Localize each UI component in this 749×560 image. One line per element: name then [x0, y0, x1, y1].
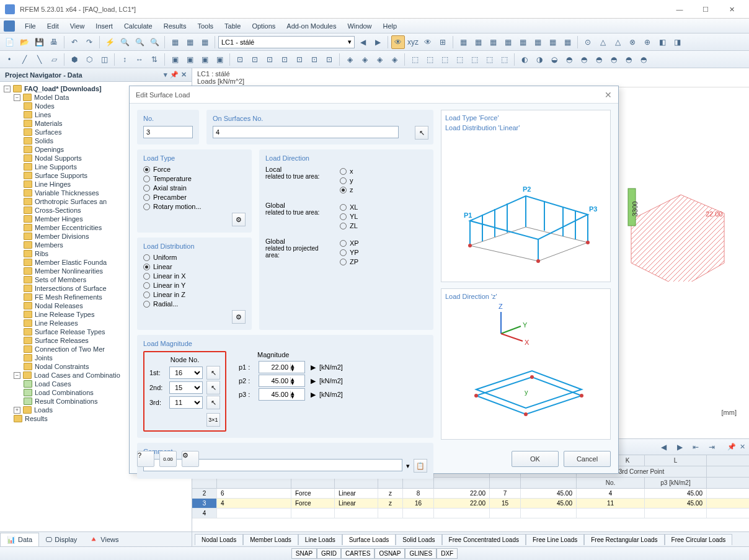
toolbar-button[interactable]: ⊡ — [322, 53, 336, 66]
toolbar-button[interactable]: ⬚ — [482, 53, 496, 66]
tree-item[interactable]: Cross-Sections — [35, 207, 81, 214]
tree-item[interactable]: Sets of Members — [35, 276, 86, 283]
cancel-button[interactable]: Cancel — [564, 451, 611, 467]
toolbar-button[interactable]: ⬚ — [468, 53, 481, 66]
dialog-units-button[interactable]: 0.00 — [159, 451, 177, 467]
toolbar-button[interactable]: ◓ — [577, 53, 591, 66]
tree-item[interactable]: Member Eccentricities — [35, 224, 102, 231]
tree-toggle[interactable]: − — [14, 372, 20, 379]
toolbar-button[interactable]: ▦ — [168, 35, 182, 49]
tree-item[interactable]: Connection of Two Mer — [35, 345, 105, 353]
tree-item[interactable]: Nodal Releases — [35, 302, 83, 309]
radio-option[interactable]: Axial strain — [143, 184, 246, 192]
tree-item[interactable]: Member Nonlinearities — [35, 267, 103, 275]
toolbar-button[interactable]: ◈ — [388, 53, 401, 66]
load-dist-more-button[interactable]: ⚙ — [232, 310, 246, 324]
window-maximize-button[interactable]: ☐ — [693, 2, 718, 16]
menu-options[interactable]: Options — [247, 20, 280, 32]
tree-item[interactable]: Line Release Types — [35, 311, 94, 318]
toolbar-button[interactable]: ⇤ — [689, 440, 702, 454]
navigator-dropdown-icon[interactable]: ▾ — [164, 71, 167, 79]
menu-results[interactable]: Results — [159, 20, 192, 32]
tree-item[interactable]: FE Mesh Refinements — [35, 293, 102, 301]
dialog-settings-button[interactable]: ⚙ — [182, 451, 199, 467]
tree-item[interactable]: Model Data — [34, 94, 69, 101]
magnitude-input[interactable]: ▴▾ — [259, 388, 305, 401]
tree-item[interactable]: Lines — [35, 111, 51, 118]
toolbar-button[interactable]: ↕ — [118, 53, 131, 66]
toolbar-button[interactable]: ◨ — [670, 35, 684, 49]
tree-item[interactable]: Nodal Supports — [35, 154, 82, 162]
status-toggle[interactable]: GLINES — [405, 548, 437, 559]
pick-node-button[interactable]: ↖ — [206, 366, 220, 380]
toolbar-button[interactable]: • — [2, 53, 16, 66]
toolbar-button[interactable]: ◓ — [607, 53, 621, 66]
tree-item[interactable]: Load Cases and Combinatio — [34, 371, 120, 379]
status-toggle[interactable]: OSNAP — [374, 548, 405, 559]
radio-option[interactable]: ZL — [340, 222, 358, 229]
toolbar-button[interactable]: ⬚ — [453, 53, 466, 66]
loadcase-combo[interactable]: LC1 - stálé▾ — [218, 36, 355, 48]
tree-item[interactable]: Solids — [35, 137, 53, 144]
menu-help[interactable]: Help — [378, 20, 402, 32]
radio-option[interactable]: Radial... — [143, 300, 246, 308]
toolbar-button[interactable]: ╲ — [32, 53, 46, 66]
radio-option[interactable]: x — [340, 167, 353, 175]
table-tab[interactable]: Free Circular Loads — [665, 534, 733, 545]
tree-toggle[interactable]: − — [4, 86, 11, 92]
tree-item[interactable]: Line Supports — [35, 163, 77, 171]
toolbar-button[interactable]: ⬚ — [408, 53, 422, 66]
toolbar-button[interactable]: △ — [596, 35, 609, 49]
status-toggle[interactable]: DXF — [437, 548, 458, 559]
toolbar-button[interactable]: 🔍 — [148, 35, 161, 49]
tree-item[interactable]: Materials — [35, 120, 63, 127]
toolbar-button[interactable]: ⬡ — [82, 53, 96, 66]
radio-option[interactable]: YL — [340, 213, 358, 220]
toolbar-button[interactable]: ▶ — [371, 35, 384, 49]
toolbar-button[interactable]: ◓ — [562, 53, 576, 66]
table-row[interactable]: 34ForceLinearz1622.001545.001145.00 — [192, 499, 749, 509]
toolbar-button[interactable]: ◈ — [343, 53, 357, 66]
toolbar-button[interactable]: ◐ — [518, 53, 531, 66]
toolbar-button[interactable]: ⬚ — [423, 53, 437, 66]
node-select[interactable]: 11 — [169, 396, 203, 409]
table-tab[interactable]: Line Loads — [298, 534, 342, 545]
toolbar-button[interactable]: 📄 — [2, 35, 16, 49]
load-type-more-button[interactable]: ⚙ — [232, 213, 246, 226]
nav-tab-views[interactable]: 🔺 Views — [83, 533, 125, 546]
toolbar-button[interactable]: △ — [611, 35, 624, 49]
load-no-input[interactable] — [143, 126, 193, 138]
table-tab[interactable]: Member Loads — [243, 534, 298, 545]
menu-table[interactable]: Table — [219, 20, 246, 32]
radio-option[interactable]: Linear in X — [143, 272, 246, 280]
surfaces-input[interactable] — [213, 126, 399, 138]
table-tab[interactable]: Free Line Loads — [526, 534, 584, 545]
tree-item[interactable]: Surface Supports — [35, 172, 87, 179]
tree-item[interactable]: Surface Release Types — [35, 328, 105, 336]
tree-item[interactable]: Line Releases — [35, 319, 78, 327]
toolbar-button[interactable]: ◀ — [356, 35, 370, 49]
radio-option[interactable]: XP — [340, 239, 359, 247]
radio-option[interactable]: Linear — [143, 263, 246, 270]
toolbar-button[interactable]: ▣ — [183, 53, 197, 66]
radio-option[interactable]: XL — [340, 203, 358, 211]
radio-option[interactable]: z — [340, 186, 353, 193]
radio-option[interactable]: y — [340, 177, 353, 184]
radio-option[interactable]: Temperature — [143, 175, 246, 182]
toolbar-button[interactable]: ↷ — [82, 35, 96, 49]
toolbar-button[interactable]: ▦ — [531, 35, 544, 49]
status-toggle[interactable]: GRID — [317, 548, 341, 559]
node-select[interactable]: 16 — [169, 367, 203, 379]
window-minimize-button[interactable]: — — [667, 2, 692, 16]
navigator-pin-icon[interactable]: 📌 — [170, 71, 179, 79]
radio-option[interactable]: Linear in Y — [143, 282, 246, 289]
toolbar-button[interactable]: ◈ — [358, 53, 371, 66]
toolbar-button[interactable]: 👁 — [391, 35, 405, 49]
menu-tools[interactable]: Tools — [192, 20, 218, 32]
radio-option[interactable]: Precamber — [143, 193, 246, 201]
toolbar-button[interactable]: ⊗ — [626, 35, 639, 49]
toolbar-button[interactable]: ⊡ — [233, 53, 247, 66]
tree-item[interactable]: Result Combinations — [35, 398, 98, 405]
toolbar-button[interactable]: ▶ — [673, 440, 686, 454]
toolbar-button[interactable]: ▦ — [198, 35, 211, 49]
